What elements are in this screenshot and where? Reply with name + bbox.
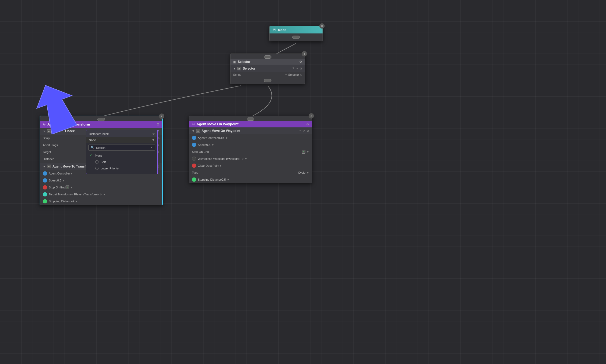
speed-port — [43, 178, 47, 183]
waypoint-subheader: ▼ ■ Agent Move On Waypoint ? ↗ ⚙ — [189, 127, 312, 134]
dropdown-goto-icon[interactable]: ⊙ — [152, 132, 155, 135]
agent-transform-title: Agent Move To Transform — [47, 122, 90, 126]
dropdown-arrow-icon: ▼ — [152, 138, 155, 142]
root-icon: ♾ — [273, 28, 276, 32]
wp-stop-on-end-checkbox[interactable]: ✓ — [302, 150, 305, 154]
selector-output-pin[interactable] — [264, 79, 271, 82]
stop-on-end-label: Stop On End — [49, 186, 66, 189]
wp-agent-controller-arrow: ▼ — [225, 136, 228, 139]
target-transform-goto[interactable]: ⊙ — [100, 193, 102, 196]
waypoint-settings-icon[interactable]: ⚙ — [306, 129, 309, 133]
option-self-label: Self — [101, 160, 106, 164]
selector-help-icon[interactable]: ? — [292, 67, 294, 70]
distance-expand-icon[interactable]: ▼ — [43, 130, 46, 133]
abort-flags-dropdown: DistanceCheck ⊙ None ▼ 🔍 ✕ ✓ None ✓ Self… — [86, 130, 158, 174]
dropdown-search-box[interactable]: 🔍 ✕ — [88, 145, 155, 151]
agent-move-expand-icon[interactable]: ▼ — [43, 165, 46, 168]
stopping-distance-port — [43, 199, 47, 203]
selector-script-row: Script ✏ Selector ⊙ — [230, 72, 305, 77]
wp-agent-controller-label: Agent Controller — [198, 136, 219, 139]
option-lower-priority-label: Lower Priority — [101, 167, 119, 170]
target-transform-value: Player (Transform) — [74, 193, 99, 196]
selector-gear-icon[interactable]: ⚙ — [299, 60, 302, 64]
stopping-distance-label: Stopping Distance — [49, 200, 73, 203]
stop-on-end-checkbox[interactable]: ✓ — [66, 185, 69, 189]
selector-script-value: Selector — [288, 73, 299, 76]
wp-stopping-distance-label: Stopping Distance — [198, 178, 222, 181]
agent-move-icon-box: ■ — [47, 165, 51, 168]
wp-stop-on-end-row: Stop On End ✓ ▼ — [189, 148, 312, 155]
agent-waypoint-node: 3 ♾ Agent Move On Waypoint ⚙ ▼ ■ Agent M… — [189, 116, 312, 183]
target-transform-row: Target Transform ✏ Player (Transform) ⊙ … — [40, 191, 162, 198]
wp-clear-dest-label: Clear Dest Point — [198, 164, 219, 167]
waypoint-header-icon: ♾ — [192, 122, 195, 126]
root-node-header: ♾ Root — [270, 26, 323, 33]
wp-waypoint-arrow: ▼ — [245, 157, 247, 160]
dropdown-option-self[interactable]: ✓ Self — [86, 159, 157, 165]
stopping-distance-row: Stopping Distance 2 ▼ — [40, 198, 162, 205]
dropdown-search-icon: 🔍 — [91, 146, 94, 149]
target-transform-port — [43, 192, 47, 196]
waypoint-gear-icon[interactable]: ⚙ — [306, 122, 309, 126]
waypoint-help-icon[interactable]: ? — [299, 129, 301, 133]
selector-sub-icon: ▣ — [237, 67, 241, 70]
agent-transform-gear-icon[interactable]: ⚙ — [157, 123, 160, 126]
wp-agent-controller-row: Agent Controller Self ▼ — [189, 134, 312, 141]
selector-script-goto-icon[interactable]: ⊙ — [300, 73, 302, 76]
dropdown-header: DistanceCheck ⊙ — [86, 130, 157, 137]
waypoint-link-icon[interactable]: ↗ — [302, 129, 305, 133]
agent-transform-badge: 2 — [159, 113, 164, 119]
root-output-pin[interactable] — [292, 36, 300, 39]
wp-waypoint-edit: ↺ — [210, 157, 212, 160]
agent-waypoint-badge: 3 — [309, 113, 314, 119]
wp-speed-port — [192, 143, 196, 147]
wp-type-arrow: ▼ — [306, 171, 309, 174]
stop-on-end-arrow: ▼ — [70, 186, 73, 189]
agent-move-label: Agent Move To Transf... — [52, 165, 88, 168]
dropdown-option-none[interactable]: ✓ None — [86, 152, 157, 159]
option-lower-radio — [95, 167, 99, 170]
wp-agent-controller-port — [192, 136, 196, 140]
selector-settings-icon[interactable]: ⚙ — [300, 67, 302, 70]
root-pin-container — [270, 33, 323, 41]
waypoint-icon-box: ■ — [196, 129, 200, 133]
agent-transform-header: ♾ Agent Move To Transform ⚙ — [40, 121, 162, 128]
wp-speed-row: Speed 0.5 ▼ — [189, 141, 312, 148]
agent-waypoint-input-pin[interactable] — [247, 117, 254, 121]
wp-stopping-distance-value: 0.5 — [222, 178, 226, 181]
expand-icon[interactable]: ▼ — [233, 67, 236, 70]
selector-input-pin[interactable] — [264, 55, 271, 59]
selector-subheader: ▼ ▣ Selector ? ↗ ⚙ — [230, 65, 305, 72]
selector-link-icon[interactable]: ↗ — [296, 67, 298, 70]
option-lower-check: ✓ — [89, 166, 93, 170]
selector-script-label: Script — [233, 73, 241, 76]
agent-transform-input-pin[interactable] — [97, 118, 105, 121]
stopping-distance-value: 2 — [73, 200, 74, 203]
speed-value: 0.6 — [57, 179, 61, 182]
speed-label: Speed — [49, 179, 57, 182]
wp-clear-dest-port — [192, 164, 196, 168]
root-node-badge: 0 — [319, 23, 325, 29]
wp-stopping-distance-port — [192, 177, 196, 182]
stop-on-end-row: Stop On End ✓ ▼ — [40, 184, 162, 191]
wp-speed-label: Speed — [198, 143, 206, 146]
dropdown-clear-icon[interactable]: ✕ — [150, 146, 153, 149]
agent-transform-header-icon: ♾ — [43, 123, 46, 126]
selector-node-header: ▣ Selector ⚙ — [230, 59, 305, 65]
wp-waypoint-goto[interactable]: ⊙ — [241, 157, 244, 160]
selector-sub-title: Selector — [243, 67, 255, 70]
distance-check-icon: ✓ — [52, 130, 55, 133]
target-transform-edit-icon: ✏ — [71, 193, 73, 196]
waypoint-node-title: Agent Move On Waypoint — [196, 122, 238, 126]
waypoint-sub-title: Agent Move On Waypoint — [202, 129, 240, 133]
dropdown-option-lower-priority[interactable]: ✓ Lower Priority — [86, 165, 157, 172]
wp-waypoint-row: Waypoint ↺ Waypoint (Waypoint) ⊙ ▼ — [189, 155, 312, 162]
dropdown-search-input[interactable] — [96, 146, 149, 149]
waypoint-node-header: ♾ Agent Move On Waypoint ⚙ — [189, 121, 312, 127]
waypoint-expand-icon[interactable]: ▼ — [192, 130, 195, 132]
wp-waypoint-port — [192, 157, 196, 161]
distance-check-label: Dis... Check — [56, 129, 75, 133]
stopping-distance-arrow: ▼ — [75, 200, 78, 203]
wp-stop-on-end-label: Stop On End — [192, 150, 302, 153]
wp-clear-dest-arrow: ▼ — [219, 164, 222, 167]
